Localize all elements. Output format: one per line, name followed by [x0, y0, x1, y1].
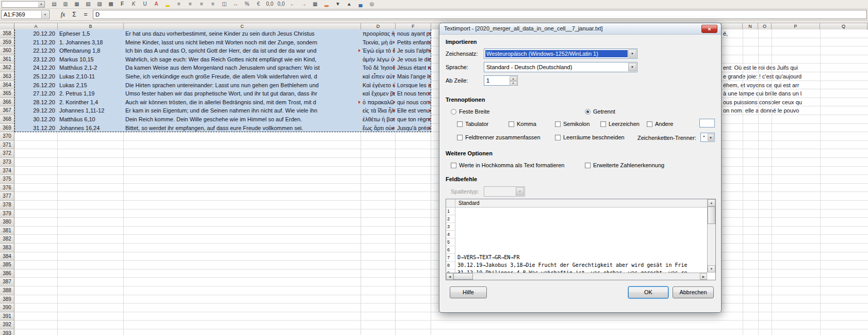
cell-A383[interactable] — [14, 244, 58, 252]
chevron-down-icon[interactable]: ▼ — [628, 63, 636, 71]
cell-D381[interactable] — [361, 227, 396, 235]
cell-B358[interactable]: Epheser 1,5 — [58, 29, 124, 38]
cell-D391[interactable] — [361, 312, 396, 321]
cell-A359[interactable]: 21.12.20 — [14, 38, 58, 47]
cell-C374[interactable] — [124, 167, 361, 176]
formula-input[interactable]: D — [93, 10, 867, 19]
checkbox-leerzeichen[interactable]: Leerzeichen — [600, 120, 640, 127]
cell-B379[interactable] — [58, 210, 124, 218]
row-header-391[interactable]: 391 — [0, 312, 14, 321]
cell-B377[interactable] — [58, 192, 124, 201]
cell-A371[interactable] — [14, 141, 58, 150]
cell-D390[interactable] — [361, 304, 396, 312]
cell-F358[interactable]: nous ayant préde — [396, 29, 431, 38]
cell-F378[interactable] — [396, 201, 431, 210]
cell-B364[interactable]: Lukas 2,15 — [58, 81, 124, 90]
cell-A381[interactable] — [14, 227, 58, 235]
cell-D364[interactable]: Καὶ ἐγένετο ὡ — [361, 81, 396, 90]
cell-A369[interactable]: 31.12.20 — [14, 124, 58, 133]
cell-D375[interactable] — [361, 175, 396, 184]
scroll-down-icon[interactable]: ▼ — [708, 265, 715, 273]
row-header-364[interactable]: 364 — [0, 81, 14, 90]
cell-F374[interactable] — [396, 167, 431, 176]
cell-B388[interactable] — [58, 286, 124, 295]
underline-icon[interactable]: U — [141, 1, 149, 8]
row-header-385[interactable]: 385 — [0, 261, 14, 269]
cell-A361[interactable]: 23.12.20 — [14, 55, 58, 64]
cell-D365[interactable]: καὶ ἔχομεν βε — [361, 89, 396, 98]
cell-D368[interactable]: ἐλθέτω ἡ βασ — [361, 115, 396, 124]
cell-D388[interactable] — [361, 286, 396, 295]
row-header-368[interactable]: 368 — [0, 115, 14, 124]
cell-F377[interactable] — [396, 192, 431, 201]
cell-B382[interactable] — [58, 235, 124, 244]
cell-F389[interactable] — [396, 295, 431, 304]
cell-C362[interactable]: Da kamen Weise aus dem Morgenland nach J… — [124, 63, 361, 72]
sort-descending-icon[interactable]: ▲ — [345, 1, 353, 8]
cell-A390[interactable] — [14, 304, 58, 312]
cell-B378[interactable] — [58, 201, 124, 210]
cell-F363[interactable]: Mais l'ange leur — [396, 72, 431, 81]
cell-B368[interactable]: Matthäus 6,10 — [58, 115, 124, 124]
new-document-icon[interactable]: ▤ — [50, 1, 58, 8]
scroll-right-icon[interactable]: ▶ — [700, 273, 707, 280]
cell-A364[interactable]: 26.12.20 — [14, 81, 58, 90]
row-header-382[interactable]: 382 — [0, 235, 14, 244]
row-header-375[interactable]: 375 — [0, 175, 14, 184]
cell-B380[interactable] — [58, 218, 124, 227]
currency-icon[interactable]: € — [254, 1, 263, 8]
function-wizard-button[interactable]: fx — [58, 10, 68, 19]
cell-F393[interactable] — [396, 329, 431, 335]
cell-F371[interactable] — [396, 141, 431, 150]
cell-D360[interactable]: Ἐγώ εἰμι τὸ ἄ — [361, 46, 396, 55]
align-center-icon[interactable]: ≡ — [186, 1, 194, 8]
cell-B365[interactable]: 2. Petrus 1,19 — [58, 89, 124, 98]
number-format-icon[interactable]: 0,0 — [266, 1, 274, 8]
sort-ascending-icon[interactable]: ▼ — [334, 1, 342, 8]
cell-A368[interactable]: 30.12.20 — [14, 115, 58, 124]
indent-decrease-icon[interactable]: ← — [288, 1, 297, 8]
cell-D358[interactable]: προορίσας ἡ — [361, 29, 396, 38]
cell-F360[interactable]: Je suis l'alpha — [396, 46, 431, 55]
close-button[interactable]: × — [701, 25, 717, 33]
chart-icon[interactable]: ▄ — [356, 1, 365, 8]
find-icon[interactable]: ◎ — [368, 1, 376, 8]
wrap-text-icon[interactable]: ↔ — [232, 1, 240, 8]
cell-C387[interactable] — [124, 278, 361, 286]
cell-A387[interactable] — [14, 278, 58, 286]
preview-horizontal-scrollbar[interactable]: ◀ ▶ — [446, 273, 707, 280]
cell-C393[interactable] — [124, 329, 361, 335]
cell-F387[interactable] — [396, 278, 431, 286]
preview-vertical-scrollbar[interactable]: ▲ ▼ — [707, 199, 715, 273]
print-icon[interactable]: ▧ — [84, 1, 92, 8]
checkbox-andere[interactable]: Andere — [647, 120, 673, 127]
cell-B389[interactable] — [58, 295, 124, 304]
cell-A363[interactable]: 25.12.20 — [14, 72, 58, 81]
cell-B392[interactable] — [58, 321, 124, 329]
cell-A380[interactable] — [14, 218, 58, 227]
cell-A389[interactable] — [14, 295, 58, 304]
radio-feste-breite[interactable]: Feste Breite — [451, 108, 489, 115]
cell-B383[interactable] — [58, 244, 124, 252]
cell-D366[interactable]: ὁ παρακαλῶν — [361, 98, 396, 107]
merge-cells-icon[interactable]: ◫ — [220, 1, 228, 8]
cell-C370[interactable] — [124, 132, 361, 141]
cell-A376[interactable] — [14, 184, 58, 193]
cell-D372[interactable] — [361, 149, 396, 158]
cell-A372[interactable] — [14, 149, 58, 158]
copy-icon[interactable]: ▨ — [95, 1, 104, 8]
cell-A385[interactable] — [14, 261, 58, 269]
cell-B359[interactable]: 1. Johannes 3,18 — [58, 38, 124, 47]
cell-B371[interactable] — [58, 141, 124, 150]
cell-F386[interactable] — [396, 269, 431, 278]
cell-D392[interactable] — [361, 321, 396, 329]
row-header-380[interactable]: 380 — [0, 218, 14, 227]
toolbar-style-combo[interactable]: ▼ — [2, 1, 45, 8]
cell-B369[interactable]: Johannes 16,24 — [58, 124, 124, 133]
cell-D361[interactable]: ἀμὴν λέγω ὑ — [361, 55, 396, 64]
cell-B390[interactable] — [58, 304, 124, 312]
cell-D370[interactable] — [361, 132, 396, 141]
row-header-370[interactable]: 370 — [0, 132, 14, 141]
cell-C376[interactable] — [124, 184, 361, 193]
row-header-363[interactable]: 363 — [0, 72, 14, 81]
